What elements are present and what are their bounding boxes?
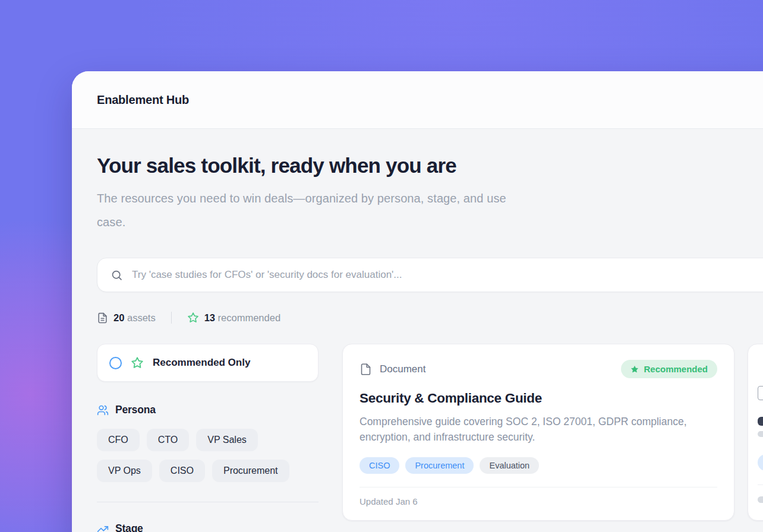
persona-section-header: Persona (97, 404, 319, 416)
trending-up-icon (97, 523, 109, 532)
star-icon (187, 312, 199, 324)
card-type: Document (360, 362, 425, 376)
panel-header: Enablement Hub (72, 71, 763, 129)
card-title-fragment (758, 417, 763, 426)
card-tags: CISO Procurement Evaluation (360, 457, 717, 474)
asset-card[interactable]: Document Recommended Security & Complian… (342, 344, 734, 521)
page-subtitle: The resources you need to win deals—orga… (97, 186, 516, 234)
file-icon (758, 386, 763, 400)
persona-chip-cto[interactable]: CTO (147, 429, 189, 451)
card-header: Document Recommended (360, 360, 717, 378)
persona-chip-cfo[interactable]: CFO (97, 429, 140, 451)
assets-label: assets (127, 312, 156, 323)
persona-section-label: Persona (115, 404, 156, 416)
stage-section-header: Stage (97, 522, 319, 532)
file-icon (360, 362, 372, 376)
recommended-only-toggle[interactable]: Recommended Only (97, 344, 319, 382)
tag-evaluation[interactable]: Evaluation (480, 457, 539, 474)
recommended-label: recommended (218, 312, 280, 323)
toggle-circle-icon[interactable] (109, 357, 122, 369)
page-title: Your sales toolkit, ready when you are (97, 154, 763, 178)
recommended-stat: 13 recommended (187, 312, 280, 324)
panel-body: Your sales toolkit, ready when you are T… (72, 129, 763, 532)
users-icon (97, 404, 109, 416)
persona-chip-ciso[interactable]: CISO (159, 460, 205, 482)
card-footer-divider (758, 484, 763, 485)
sidebar-divider (97, 502, 319, 502)
recommended-badge: Recommended (621, 360, 717, 378)
star-icon (131, 356, 144, 369)
recommended-badge-label: Recommended (644, 364, 708, 374)
persona-chip-vp-sales[interactable]: VP Sales (196, 429, 258, 451)
card-updated-fragment (758, 496, 763, 503)
assets-count: 20 (113, 312, 124, 323)
assets-stat: 20 assets (97, 312, 156, 324)
card-updated: Updated Jan 6 (360, 487, 717, 516)
stats-divider (171, 312, 172, 324)
app-title: Enablement Hub (97, 93, 189, 107)
recommended-count: 13 (204, 312, 215, 323)
search-icon (111, 269, 123, 281)
tag-fragment (758, 454, 763, 471)
stage-section-label: Stage (115, 522, 143, 532)
persona-chip-procurement[interactable]: Procurement (212, 460, 289, 482)
filters-sidebar: Recommended Only Persona CFO CTO VP Sale… (97, 344, 319, 532)
card-type-label: Document (380, 363, 425, 375)
file-text-icon (97, 312, 108, 324)
asset-cards-row: Document Recommended Security & Complian… (342, 344, 763, 521)
card-title: Security & Compliance Guide (360, 391, 717, 406)
search-input[interactable] (132, 269, 763, 281)
persona-chip-vp-ops[interactable]: VP Ops (97, 460, 152, 482)
search-bar[interactable] (97, 258, 763, 292)
recommended-only-label: Recommended Only (153, 357, 250, 369)
card-description-fragment (758, 431, 763, 437)
tag-ciso[interactable]: CISO (360, 457, 399, 474)
star-icon (630, 365, 639, 373)
enablement-hub-panel: Enablement Hub Your sales toolkit, ready… (72, 71, 763, 532)
persona-chips: CFO CTO VP Sales VP Ops CISO Procurement (97, 429, 319, 482)
main-content: Recommended Only Persona CFO CTO VP Sale… (97, 344, 763, 532)
tag-procurement[interactable]: Procurement (405, 457, 474, 474)
asset-card-partial[interactable] (748, 344, 763, 521)
card-description: Comprehensive guide covering SOC 2, ISO … (360, 414, 695, 445)
stats-row: 20 assets 13 recommended (97, 312, 763, 324)
